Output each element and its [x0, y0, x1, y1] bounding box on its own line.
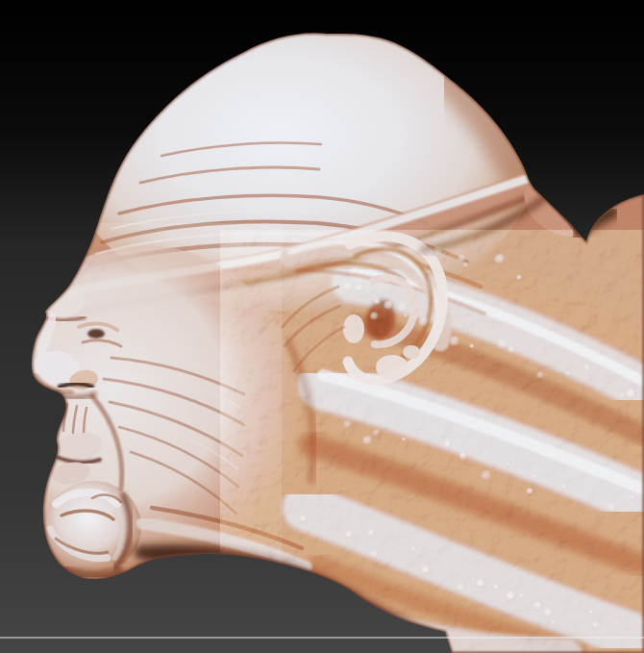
sculpture	[0, 0, 644, 653]
sculpt-model	[0, 0, 644, 653]
sculpt-viewport[interactable]	[0, 0, 644, 653]
clay-noise-neck	[240, 250, 644, 653]
